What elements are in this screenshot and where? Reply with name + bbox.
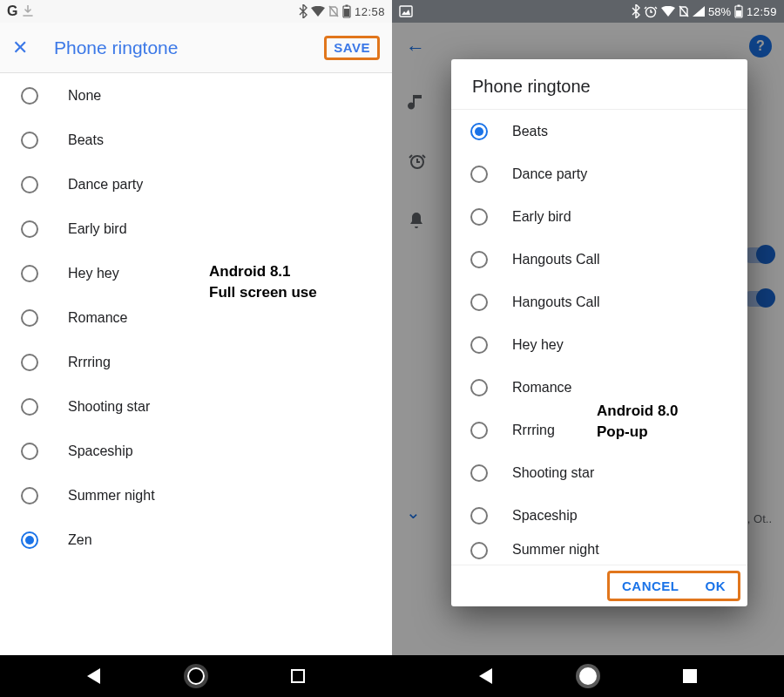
radio-icon[interactable] (21, 398, 38, 416)
status-clock: 12:59 (747, 5, 777, 18)
bluetooth-icon (632, 4, 640, 18)
nav-home-icon[interactable] (187, 667, 205, 685)
battery-icon (734, 4, 743, 18)
ringtone-option[interactable]: Hey hey (451, 323, 747, 366)
ringtone-option[interactable]: Dance party (0, 162, 392, 206)
radio-icon[interactable] (21, 487, 38, 504)
radio-icon[interactable] (470, 379, 488, 396)
ringtone-dialog: Phone ringtone BeatsDance partyEarly bir… (451, 59, 747, 606)
ringtone-option[interactable]: Romance (0, 295, 392, 340)
ringtone-label: Spaceship (68, 443, 133, 459)
ringtone-label: Spaceship (512, 508, 578, 524)
status-bar-left: G 12:58 (0, 0, 392, 23)
radio-icon[interactable] (21, 443, 38, 460)
ringtone-label: Summer night (68, 488, 155, 504)
annotation-right: Android 8.0Pop-up (597, 401, 679, 443)
alarm-icon (644, 4, 658, 18)
annotation-left: Android 8.1Full screen use (209, 261, 317, 303)
dialog-title: Phone ringtone (451, 59, 747, 110)
dialog-ringtone-list[interactable]: BeatsDance partyEarly birdHangouts CallH… (451, 110, 747, 565)
ringtone-option[interactable]: Hangouts Call (451, 281, 747, 323)
save-button[interactable]: SAVE (334, 40, 370, 55)
battery-icon (342, 4, 351, 18)
radio-icon[interactable] (21, 354, 38, 371)
ringtone-label: Summer night (512, 542, 599, 558)
radio-icon[interactable] (21, 309, 38, 327)
ringtone-label: Early bird (68, 221, 127, 237)
radio-icon[interactable] (21, 220, 38, 238)
radio-icon[interactable] (470, 507, 488, 524)
ringtone-label: Dance party (68, 177, 143, 193)
ringtone-option[interactable]: Dance party (451, 152, 747, 195)
ringtone-option[interactable]: Hey hey (0, 251, 392, 295)
radio-icon[interactable] (21, 132, 38, 149)
close-icon[interactable]: ✕ (12, 37, 40, 59)
svg-rect-1 (345, 5, 348, 7)
nav-recents-icon[interactable] (683, 669, 697, 683)
nav-back-icon[interactable] (479, 668, 492, 684)
ringtone-list[interactable]: NoneBeatsDance partyEarly birdHey heyRom… (0, 73, 392, 655)
nav-bar (0, 655, 392, 697)
ringtone-option[interactable]: Early bird (0, 206, 392, 251)
ringtone-label: Hangouts Call (512, 252, 600, 267)
ringtone-option[interactable]: None (0, 73, 392, 118)
ringtone-option[interactable]: Early bird (451, 195, 747, 238)
status-clock: 12:58 (355, 5, 385, 18)
ringtone-option[interactable]: Summer night (0, 473, 392, 518)
nav-recents-icon[interactable] (291, 669, 305, 683)
battery-pct: 58% (708, 5, 731, 18)
radio-icon[interactable] (470, 542, 488, 559)
ringtone-label: Zen (68, 532, 92, 548)
ringtone-option[interactable]: Spaceship (0, 429, 392, 473)
ringtone-label: Shooting star (512, 465, 594, 481)
signal-icon (693, 6, 705, 17)
radio-icon[interactable] (470, 464, 488, 482)
ringtone-label: Romance (512, 380, 571, 396)
ok-button[interactable]: OK (706, 579, 727, 593)
radio-icon[interactable] (21, 176, 38, 193)
ringtone-label: Romance (68, 310, 127, 326)
radio-icon[interactable] (21, 531, 38, 549)
ringtone-label: Dance party (512, 166, 587, 182)
actions-highlight-box: CANCEL OK (607, 571, 740, 601)
page-title: Phone ringtone (40, 37, 324, 58)
ringtone-option[interactable]: Shooting star (451, 451, 747, 494)
nav-back-icon[interactable] (87, 668, 100, 684)
ringtone-label: None (68, 88, 101, 104)
ringtone-label: Early bird (512, 209, 571, 225)
ringtone-option[interactable]: Rrrring (0, 340, 392, 384)
download-icon (23, 5, 33, 17)
radio-icon[interactable] (470, 294, 488, 311)
radio-icon[interactable] (470, 336, 488, 354)
ringtone-option[interactable]: Zen (0, 518, 392, 562)
wifi-icon (311, 6, 325, 17)
ringtone-option[interactable]: Beats (0, 118, 392, 162)
no-sim-icon (328, 5, 339, 17)
radio-icon[interactable] (470, 251, 488, 268)
ringtone-label: Rrrring (68, 355, 111, 370)
radio-icon[interactable] (21, 265, 38, 282)
ringtone-label: Shooting star (68, 399, 150, 415)
ringtone-option[interactable]: Hangouts Call (451, 238, 747, 281)
google-g-icon: G (7, 3, 17, 19)
radio-icon[interactable] (470, 123, 488, 140)
svg-rect-3 (400, 6, 412, 17)
nav-bar (392, 655, 784, 697)
svg-rect-6 (737, 5, 740, 7)
image-notif-icon (399, 5, 413, 17)
status-bar-right: 58% 12:59 (392, 0, 784, 23)
ringtone-label: Hangouts Call (512, 294, 600, 310)
ringtone-option[interactable]: Summer night (451, 537, 747, 565)
wifi-icon (661, 6, 675, 17)
nav-home-icon[interactable] (579, 667, 597, 685)
radio-icon[interactable] (470, 422, 488, 439)
ringtone-option[interactable]: Shooting star (0, 384, 392, 429)
radio-icon[interactable] (470, 208, 488, 226)
ringtone-option[interactable]: Spaceship (451, 494, 747, 537)
ringtone-label: Beats (512, 124, 548, 139)
cancel-button[interactable]: CANCEL (622, 579, 679, 593)
radio-icon[interactable] (470, 166, 488, 183)
ringtone-option[interactable]: Beats (451, 110, 747, 152)
app-bar: ✕ Phone ringtone SAVE (0, 23, 392, 73)
radio-icon[interactable] (21, 87, 38, 105)
